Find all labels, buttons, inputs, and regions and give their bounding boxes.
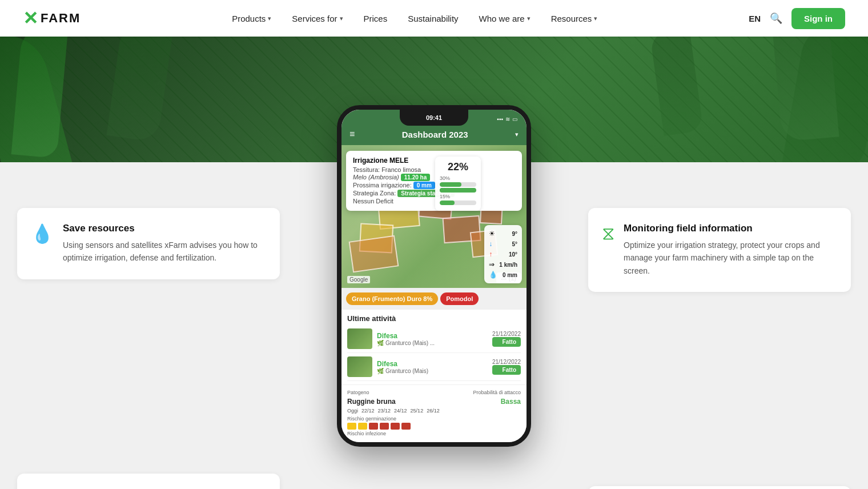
crop-tab-wheat[interactable]: Grano (Frumento) Duro 8%	[346, 292, 438, 305]
disease-header-row: Patogeno Probabilità di attacco	[347, 390, 521, 395]
sun-icon: ☀	[489, 230, 495, 238]
disease-name: Ruggine bruna	[347, 398, 396, 406]
weather-row-high: ↑ 10°	[489, 249, 517, 259]
activity-right-2: 21/12/2022 Fatto	[492, 359, 521, 375]
disease-card: Patogeno Probabilità di attacco Ruggine …	[341, 384, 527, 442]
content-section: 💧 Save resources Using sensors and satel…	[0, 162, 868, 489]
chevron-down-icon: ▾	[268, 15, 271, 22]
signal-icon: ▪▪▪	[497, 116, 503, 122]
nav-item-products[interactable]: Products ▾	[224, 9, 279, 28]
chart-percentage: 22%	[440, 161, 476, 173]
hourglass-icon: ⧖	[602, 223, 614, 244]
activity-thumb-2	[347, 356, 372, 377]
feature-desc-save-resources: Using sensors and satellites xFarm advis…	[63, 239, 266, 264]
activity-info-1: Difesa 🌿 Granturco (Mais) ...	[377, 332, 488, 346]
logo-x: ✕	[23, 7, 38, 29]
feature-desc-monitoring: Optimize your irrigation strategy, prote…	[624, 239, 837, 277]
weather-wind: 1 km/h	[499, 262, 517, 268]
risk-dot-6	[401, 423, 411, 430]
chart-bar-3	[440, 201, 476, 205]
tooltip-title: Irrigazione MELE	[353, 157, 515, 165]
date-25: 25/12	[411, 408, 424, 414]
phone-mockup: 09:41 ▪▪▪ ≋ ▭ ≡ Dashboard 2023 ▾	[337, 105, 531, 447]
crop-icon-2: 🌿	[377, 368, 384, 374]
search-icon[interactable]: 🔍	[770, 12, 782, 25]
wind-icon: ⇒	[489, 260, 495, 268]
disease-type-label: Patogeno	[347, 390, 369, 395]
tooltip-crop-badge: 11.20 ha	[401, 174, 430, 181]
feature-title-monitoring: Monitoring field information	[624, 223, 837, 234]
chevron-down-icon: ▾	[594, 15, 597, 22]
map-field-orange	[349, 235, 399, 272]
date-24: 24/12	[394, 408, 407, 414]
chart-bar-fill-3	[440, 201, 455, 205]
phone-center: 09:41 ▪▪▪ ≋ ▭ ≡ Dashboard 2023 ▾	[337, 105, 531, 489]
weather-temp-1: 9°	[512, 231, 517, 237]
risk-dot-4	[380, 423, 389, 430]
tooltip-crop-name: Melo (Ambrosia)	[353, 174, 399, 181]
nav-item-who-we-are[interactable]: Who we are ▾	[471, 9, 539, 28]
feature-card-sustainability: 🌿 Increase sustainability With xFarm it …	[588, 486, 851, 489]
logo[interactable]: ✕ FARM	[23, 7, 81, 29]
disease-prob-label: Probabilità di attacco	[473, 390, 521, 395]
chart-bar-1	[440, 182, 476, 187]
battery-icon: ▭	[512, 116, 517, 122]
crop-tab-tomato[interactable]: Pomodol	[440, 292, 479, 305]
chart-label-1: 30%	[440, 175, 476, 181]
activity-thumb-1	[347, 328, 372, 349]
activity-info-2: Difesa 🌿 Granturco (Mais)	[377, 360, 488, 374]
crop-tabs: Grano (Frumento) Duro 8% Pomodol	[341, 288, 527, 310]
activity-crop-1: 🌿 Granturco (Mais) ...	[377, 340, 488, 346]
dropdown-arrow-icon: ▾	[515, 131, 519, 138]
nav-item-resources[interactable]: Resources ▾	[543, 9, 606, 28]
left-features: 💧 Save resources Using sensors and satel…	[17, 197, 280, 489]
feature-title-save-resources: Save resources	[63, 223, 266, 234]
google-label: Google	[347, 276, 370, 283]
water-drop-icon: 💧	[31, 223, 54, 244]
chart-bar-2	[440, 188, 476, 193]
disease-level: Bassa	[501, 398, 521, 406]
chart-bar-fill-2	[440, 188, 471, 193]
chevron-down-icon: ▾	[527, 15, 531, 22]
nav-item-prices[interactable]: Prices	[356, 9, 396, 28]
temp-low-icon: ↓	[489, 240, 492, 248]
activity-status-2: Fatto	[492, 365, 521, 375]
chart-label-3: 15%	[440, 194, 476, 199]
activity-item-2: Difesa 🌿 Granturco (Mais) 21/12/2022 Fat…	[347, 353, 521, 381]
nav-item-sustainability[interactable]: Sustainability	[400, 9, 466, 28]
weather-widget: ☀ 9° ↓ 5° ↑ 10° ⇒ 1 km/h	[484, 225, 522, 283]
phone-map: Irrigazione MELE Tessitura: Franco limos…	[341, 145, 527, 288]
activity-crop-2: 🌿 Granturco (Mais)	[377, 368, 488, 374]
wifi-icon: ≋	[505, 116, 510, 122]
chart-bar-fill-1	[440, 182, 461, 187]
logo-farm: FARM	[41, 11, 81, 26]
nav-right: EN 🔍 Sign in	[749, 8, 845, 29]
cards-layout: 💧 Save resources Using sensors and satel…	[0, 162, 868, 489]
activity-item-1: Difesa 🌿 Granturco (Mais) ... 21/12/2022…	[347, 325, 521, 353]
date-26: 26/12	[427, 408, 440, 414]
phone-dashboard-title: Dashboard 2023	[359, 130, 511, 139]
language-selector[interactable]: EN	[749, 14, 761, 23]
signin-button[interactable]: Sign in	[791, 8, 845, 29]
activity-right-1: 21/12/2022 Fatto	[492, 331, 521, 347]
date-22: 22/12	[361, 408, 375, 414]
risk-dot-3	[369, 423, 378, 430]
risk-dot-2	[358, 423, 367, 430]
tooltip-texture: Tessitura: Franco limosa	[353, 166, 515, 173]
risk-inf-label: Rischio infezione	[347, 431, 521, 436]
activity-name-1: Difesa	[377, 332, 488, 340]
date-oggi: Oggi	[347, 408, 358, 414]
tooltip-strategy: Strategia Zona: Strategia standard	[353, 190, 515, 197]
feature-card-organize-work: ⊞ Organize your work Invite your employe…	[17, 474, 280, 489]
phone-notch: 09:41	[400, 110, 468, 126]
date-23: 23/12	[378, 408, 391, 414]
temp-high-icon: ↑	[489, 250, 492, 258]
disease-name-row: Ruggine bruna Bassa	[347, 398, 521, 406]
tooltip-irrigation: Prossima irrigazione: 0 mm Oggi	[353, 182, 515, 189]
phone-chart: 22% 30% 15%	[435, 157, 481, 211]
feature-card-monitoring: ⧖ Monitoring field information Optimize …	[588, 208, 851, 292]
status-icons: ▪▪▪ ≋ ▭	[497, 116, 517, 122]
weather-row-low: ↓ 5°	[489, 239, 517, 249]
nav-item-services[interactable]: Services for ▾	[284, 9, 351, 28]
activity-date-2: 21/12/2022	[492, 359, 521, 365]
